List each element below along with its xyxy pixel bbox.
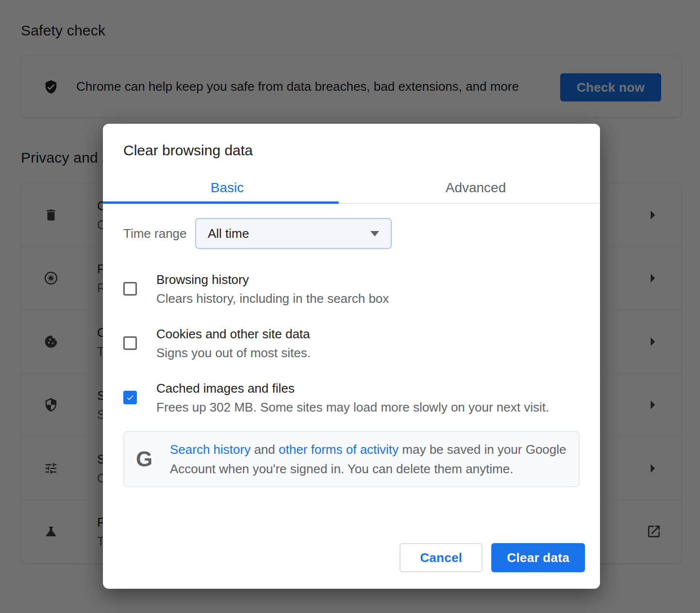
dialog-title: Clear browsing data (103, 124, 600, 160)
active-tab-underline (103, 201, 339, 204)
other-forms-of-activity-link[interactable]: other forms of activity (279, 442, 399, 457)
footnote-text: Search history and other forms of activi… (170, 440, 567, 479)
time-range-label: Time range (123, 226, 195, 241)
tab-advanced[interactable]: Advanced (351, 172, 600, 203)
cookies-checkbox[interactable] (123, 336, 137, 350)
option-description: Signs you out of most sites. (156, 345, 311, 361)
clear-browsing-data-dialog: Clear browsing data Basic Advanced Time … (103, 124, 600, 589)
browsing-history-checkbox[interactable] (123, 282, 137, 296)
search-history-link[interactable]: Search history (170, 442, 250, 457)
google-account-footnote: G Search history and other forms of acti… (123, 431, 580, 487)
clear-data-options: Browsing history Clears history, includi… (123, 271, 580, 415)
tab-basic[interactable]: Basic (103, 172, 351, 203)
time-range-value: All time (208, 226, 249, 241)
option-cookies: Cookies and other site data Signs you ou… (123, 326, 580, 361)
option-cached-images: Cached images and files Frees up 302 MB.… (123, 380, 580, 415)
option-label: Cached images and files (156, 380, 549, 397)
chevron-down-icon (370, 231, 379, 236)
dialog-actions: Cancel Clear data (400, 543, 585, 572)
time-range-row: Time range All time (123, 218, 580, 249)
dialog-tabs: Basic Advanced (103, 172, 600, 204)
time-range-select[interactable]: All time (195, 218, 392, 249)
option-description: Frees up 302 MB. Some sites may load mor… (156, 399, 549, 415)
option-label: Cookies and other site data (156, 326, 311, 342)
option-description: Clears history, including in the search … (156, 291, 389, 306)
footnote-conjunction: and (250, 442, 279, 457)
google-g-icon: G (136, 447, 159, 471)
option-browsing-history: Browsing history Clears history, includi… (123, 271, 580, 306)
option-label: Browsing history (156, 271, 389, 288)
cached-images-checkbox[interactable] (123, 391, 137, 404)
clear-data-button[interactable]: Clear data (491, 543, 585, 572)
dialog-body: Time range All time Browsing history Cle… (103, 205, 600, 487)
cancel-button[interactable]: Cancel (400, 543, 483, 572)
